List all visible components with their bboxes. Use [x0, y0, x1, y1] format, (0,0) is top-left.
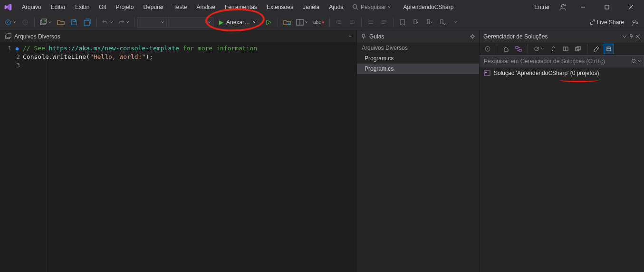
save-all-button[interactable]	[81, 16, 94, 28]
code-link[interactable]: https://aka.ms/new-console-template	[49, 45, 179, 52]
svg-line-1	[356, 8, 358, 10]
signin-link[interactable]: Entrar	[531, 4, 553, 10]
toolbar-overflow[interactable]	[450, 16, 462, 28]
solution-toolbar	[480, 43, 644, 55]
redo-button[interactable]	[116, 16, 131, 28]
line-gutter: 1 2 3	[0, 43, 23, 272]
svg-point-41	[485, 47, 490, 51]
sln-back-icon[interactable]	[482, 44, 493, 54]
search-icon[interactable]	[629, 55, 644, 67]
sln-refresh-icon[interactable]	[532, 44, 546, 54]
guias-header: Guias	[357, 30, 479, 43]
code-text: // See	[23, 45, 49, 52]
code-text: .WriteLine(	[49, 53, 90, 60]
new-item-button[interactable]	[38, 16, 54, 28]
open-file-button[interactable]	[55, 16, 67, 28]
document-tab-label: Arquivos Diversos	[14, 33, 60, 40]
quick-search[interactable]: Pesquisar	[349, 3, 394, 11]
gear-icon[interactable]	[470, 34, 475, 39]
menu-item-arquivo[interactable]: Arquivo	[18, 2, 45, 12]
solution-search[interactable]	[480, 55, 644, 67]
menu-item-ferramentas[interactable]: Ferramentas	[221, 2, 261, 12]
config-combo[interactable]	[137, 17, 167, 28]
save-button[interactable]	[68, 16, 80, 28]
svg-point-16	[288, 23, 290, 25]
bookmark-next-button[interactable]	[423, 16, 435, 28]
menu-item-janela[interactable]: Janela	[299, 2, 323, 12]
start-without-debug-button[interactable]	[262, 16, 275, 28]
svg-point-50	[632, 59, 635, 63]
sln-properties-icon[interactable]	[591, 44, 602, 54]
live-share-button[interactable]: Live Share	[587, 16, 626, 28]
uncomment-button[interactable]	[378, 16, 390, 28]
comment-button[interactable]	[365, 16, 377, 28]
nav-forward-button[interactable]	[19, 16, 31, 28]
menu-item-projeto[interactable]: Projeto	[112, 2, 137, 12]
sln-home-icon[interactable]	[501, 44, 511, 54]
menu-bar: Arquivo Editar Exibir Git Projeto Depura…	[0, 0, 644, 14]
layout-button[interactable]	[294, 16, 310, 28]
menu-item-teste[interactable]: Teste	[170, 2, 191, 12]
svg-point-34	[633, 20, 635, 23]
menu-item-analise[interactable]: Análise	[192, 2, 219, 12]
bookmark-clear-button[interactable]	[436, 16, 449, 28]
svg-point-19	[322, 21, 324, 23]
editor: Arquivos Diversos 1 2 3 // See https://a…	[0, 30, 356, 272]
svg-point-38	[471, 36, 473, 38]
sln-showall-icon[interactable]	[573, 44, 583, 54]
dropdown-icon[interactable]	[622, 34, 627, 39]
feedback-icon[interactable]	[629, 16, 641, 28]
svg-point-0	[353, 5, 357, 9]
svg-point-10	[23, 19, 28, 25]
undo-button[interactable]	[100, 16, 115, 28]
live-share-label: Live Share	[597, 19, 624, 26]
document-tab-dropdown[interactable]	[344, 30, 356, 43]
bookmark-button[interactable]	[396, 16, 409, 28]
code-text: );	[145, 53, 153, 60]
svg-rect-53	[485, 72, 487, 73]
solution-search-input[interactable]	[480, 58, 629, 65]
solution-name: AprendendoCSharp	[396, 4, 460, 10]
menu-item-depurar[interactable]: Depurar	[139, 2, 167, 12]
file-icon	[5, 33, 11, 40]
play-icon: ▶	[219, 19, 223, 26]
abc-button[interactable]: abc	[311, 16, 327, 28]
window-maximize[interactable]	[596, 0, 617, 14]
pin-icon[interactable]	[629, 34, 634, 39]
svg-rect-42	[516, 47, 518, 48]
document-tab[interactable]: Arquivos Diversos	[0, 30, 65, 42]
close-icon[interactable]	[635, 34, 640, 39]
attach-debugger-button[interactable]: ▶ Anexar…	[214, 16, 261, 28]
sln-preview-icon[interactable]	[604, 44, 614, 54]
menu-item-git[interactable]: Git	[95, 2, 110, 12]
code-editor[interactable]: 1 2 3 // See https://aka.ms/new-console-…	[0, 43, 356, 272]
solution-icon	[483, 69, 491, 77]
pin-icon[interactable]	[361, 34, 366, 39]
nav-back-button[interactable]	[3, 16, 18, 28]
solution-item-label: Solução 'AprendendoCSharp' (0 projetos)	[494, 70, 599, 76]
sln-sync-icon[interactable]	[548, 44, 558, 54]
sln-collapse-icon[interactable]	[560, 44, 571, 54]
menu-item-editar[interactable]: Editar	[47, 2, 69, 12]
indent-right-button[interactable]	[346, 16, 358, 28]
bookmark-prev-button[interactable]	[410, 16, 422, 28]
svg-rect-6	[605, 5, 609, 9]
svg-rect-43	[519, 49, 521, 51]
menu-item-extensoes[interactable]: Extensões	[263, 2, 297, 12]
menu-item-exibir[interactable]: Exibir	[71, 2, 93, 12]
toolbar: ▶ Anexar… abc Live Share	[0, 14, 644, 30]
guias-item-selected[interactable]: Program.cs	[357, 64, 479, 74]
window-close[interactable]	[620, 0, 641, 14]
platform-combo[interactable]	[168, 17, 213, 28]
vs-logo-icon	[3, 2, 13, 12]
sln-switch-icon[interactable]	[513, 44, 524, 54]
indent-left-button[interactable]	[333, 16, 345, 28]
guias-item[interactable]: Program.cs	[357, 53, 479, 64]
window-minimize[interactable]	[573, 0, 594, 14]
solution-item[interactable]: Solução 'AprendendoCSharp' (0 projetos)	[480, 67, 644, 79]
folder-view-button[interactable]	[281, 16, 293, 28]
account-icon[interactable]	[556, 0, 570, 14]
svg-rect-15	[73, 19, 75, 21]
solution-explorer: Gerenciador de Soluções	[479, 30, 644, 272]
menu-item-ajuda[interactable]: Ajuda	[325, 2, 347, 12]
